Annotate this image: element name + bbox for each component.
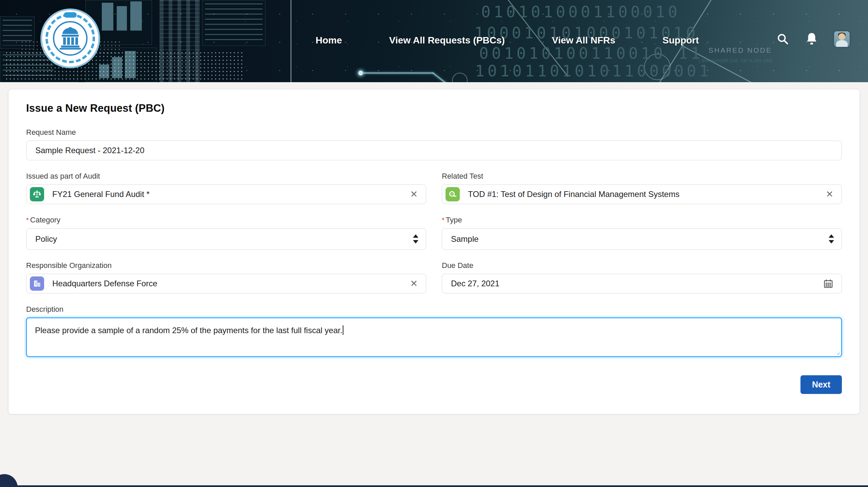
avatar-shirt [836,40,848,47]
audit-lookup-pill[interactable]: FY21 General Fund Audit * ✕ [26,184,426,204]
header-art-code: |-9######]]99.1#8 .19| %.2##.#99| [699,58,773,63]
row-category-type: * Category Policy * Type Sample [26,216,842,250]
binary-row: 1010110101011000001 [475,62,712,80]
row-description: Description Please provide a sample of a… [26,305,842,357]
audit-value: FY21 General Fund Audit * [52,190,402,199]
type-value: Sample [451,234,829,244]
binary-row: 0101010001100010 [481,3,680,21]
type-select[interactable]: Sample [442,228,842,250]
related-test-value: TOD #1: Test of Design of Financial Mana… [468,190,817,199]
row-request-name: Request Name Sample Request - 2021-12-20 [26,128,842,160]
category-required-mark: * [26,216,29,224]
field-related-test: Related Test TOD #1: Test of Design of F… [442,172,842,204]
shared-node-label: SHARED NODE [709,46,772,54]
select-stepper-icon [413,234,418,244]
responsible-org-value: Headquarters Defense Force [52,279,402,288]
next-button[interactable]: Next [800,375,842,394]
category-select[interactable]: Policy [26,228,426,250]
avatar-face [838,33,845,40]
responsible-org-label: Responsible Organization [26,261,112,270]
audit-label: Issued as part of Audit [26,172,100,181]
due-date-value: Dec 27, 2021 [451,279,823,288]
related-test-label: Related Test [442,172,483,181]
request-name-input[interactable]: Sample Request - 2021-12-20 [26,141,842,160]
header-art-glow-line [362,72,434,74]
field-description: Description Please provide a sample of a… [26,305,842,357]
main-nav: Home View All Requests (PBCs) View All N… [316,33,699,48]
description-value: Please provide a sample of a random 25% … [35,326,342,335]
request-name-value: Sample Request - 2021-12-20 [35,146,145,155]
field-type: * Type Sample [442,216,842,250]
related-test-clear-icon[interactable]: ✕ [826,190,833,199]
form-actions: Next [18,375,842,394]
text-caret [343,325,343,335]
user-avatar[interactable] [834,31,850,47]
field-category: * Category Policy [26,216,426,250]
field-audit: Issued as part of Audit FY21 General Fun… [26,172,426,204]
field-responsible-org: Responsible Organization Hea [26,261,426,293]
description-label: Description [26,305,63,314]
notification-bell-icon[interactable] [805,32,818,46]
textarea-resize-handle[interactable] [834,349,839,355]
due-date-label: Due Date [442,261,473,270]
nav-item-view-all-nfrs[interactable]: View All NFRs [552,35,616,46]
responsible-org-clear-icon[interactable]: ✕ [410,279,418,288]
buildings-account-icon [30,276,44,291]
search-icon[interactable] [776,33,789,46]
scales-audit-icon [30,187,44,201]
audit-clear-icon[interactable]: ✕ [410,190,418,199]
header-utility-icons [776,31,850,47]
nav-item-support[interactable]: Support [662,35,699,46]
page-title: Issue a New Request (PBC) [26,102,850,114]
responsible-org-lookup-pill[interactable]: Headquarters Defense Force ✕ [26,274,426,293]
logo-cloud-icon [64,12,77,18]
new-request-form-card: Issue a New Request (PBC) Request Name S… [8,89,860,414]
nav-item-view-all-requests[interactable]: View All Requests (PBCs) [389,35,505,46]
select-stepper-icon [829,234,834,244]
header-banner: 0101010001100010 100010101000101010 0010… [0,0,868,82]
type-label: Type [446,216,462,224]
field-due-date: Due Date Dec 27, 2021 [442,261,842,293]
row-audit-test: Issued as part of Audit FY21 General Fun… [26,172,842,204]
type-required-mark: * [442,216,445,224]
request-name-label: Request Name [26,128,76,137]
bottom-edge-bar [0,485,868,487]
category-value: Policy [35,234,413,244]
tape-measure-test-icon [446,187,460,201]
due-date-input[interactable]: Dec 27, 2021 [442,274,842,293]
capitol-building-icon [58,27,83,50]
category-label: Category [30,216,60,224]
nav-item-home[interactable]: Home [316,35,342,46]
description-textarea[interactable]: Please provide a sample of a random 25% … [26,318,842,357]
field-request-name: Request Name Sample Request - 2021-12-20 [26,128,842,160]
site-logo[interactable] [42,10,98,67]
row-org-date: Responsible Organization Hea [26,261,842,293]
related-test-lookup-pill[interactable]: TOD #1: Test of Design of Financial Mana… [442,184,842,204]
calendar-icon[interactable] [823,278,833,289]
form-grid: Request Name Sample Request - 2021-12-20… [26,128,842,357]
